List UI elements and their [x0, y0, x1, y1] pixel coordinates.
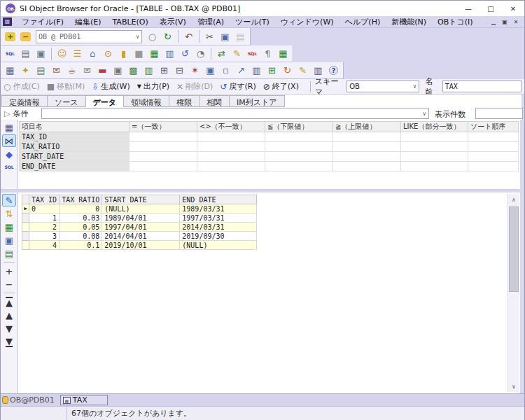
cell[interactable]: 1997/03/31: [180, 214, 257, 223]
tab-definition[interactable]: 定義情報: [1, 95, 48, 107]
cell[interactable]: 2: [29, 223, 59, 232]
cell[interactable]: 0.1: [59, 241, 102, 250]
mdi-minimize-icon[interactable]: ▁: [488, 18, 499, 27]
create-button[interactable]: ○ 作成(C): [4, 81, 40, 92]
window-close-icon[interactable]: ▣: [111, 64, 125, 78]
copy-grid-icon[interactable]: ▣: [2, 234, 16, 246]
cell[interactable]: 1989/04/01: [102, 214, 180, 223]
row-header[interactable]: ▶: [22, 204, 29, 214]
window-arrow-icon[interactable]: ↗: [234, 64, 248, 78]
cell[interactable]: [468, 132, 519, 142]
cell[interactable]: 1997/04/01: [102, 223, 180, 232]
cell[interactable]: [333, 132, 401, 142]
table-icon[interactable]: ▦: [3, 64, 18, 78]
menu-edit[interactable]: 編集(E): [69, 16, 107, 28]
mail-icon[interactable]: ✉: [80, 64, 94, 78]
cell[interactable]: [333, 142, 401, 152]
window-star-icon[interactable]: ✶: [188, 64, 202, 78]
result-grid-icon[interactable]: ▣: [34, 47, 48, 61]
menu-file[interactable]: ファイル(F): [16, 16, 69, 28]
tree-collapse-icon[interactable]: ⊟: [172, 64, 187, 78]
next-record-icon[interactable]: ▼: [2, 322, 16, 335]
scroll-up-icon[interactable]: ∧: [508, 194, 519, 205]
menu-new-features[interactable]: 新機能(N): [386, 16, 432, 28]
column-header[interactable]: LIKE（部分一致）: [401, 122, 468, 132]
user-icon[interactable]: ☺: [55, 47, 69, 61]
cell[interactable]: 3: [29, 232, 59, 241]
copy-icon[interactable]: ▣: [218, 29, 232, 43]
cell[interactable]: [468, 152, 519, 162]
tab-privileges[interactable]: 権限: [169, 95, 200, 107]
cell[interactable]: 2014/03/31: [180, 223, 257, 232]
cell[interactable]: [333, 152, 401, 162]
memo-icon[interactable]: ✎: [230, 47, 244, 61]
cell[interactable]: (NULL): [102, 204, 180, 214]
cell[interactable]: [265, 162, 333, 172]
cell[interactable]: 1: [29, 214, 59, 223]
chevron-down-icon[interactable]: ∨: [412, 83, 416, 90]
maximize-icon[interactable]: □: [479, 1, 502, 16]
cell[interactable]: [197, 142, 265, 152]
tab-data[interactable]: データ: [85, 95, 125, 107]
row-count-input[interactable]: [475, 108, 523, 119]
export-csv-icon[interactable]: ▤: [2, 247, 16, 260]
delete-row-icon[interactable]: −: [2, 278, 16, 290]
database-storage-icon[interactable]: ☰: [70, 47, 85, 61]
tab-relations[interactable]: 相関: [199, 95, 230, 107]
cell[interactable]: [130, 162, 197, 172]
refresh-icon[interactable]: ↻: [160, 29, 175, 43]
cut-icon[interactable]: ✂: [202, 29, 217, 43]
tree-expand-icon[interactable]: ⊞: [157, 64, 172, 78]
row-header[interactable]: TAX_RATIO: [20, 142, 130, 152]
table-add-icon[interactable]: ⊞: [265, 64, 279, 78]
cell[interactable]: [265, 152, 333, 162]
column-header[interactable]: TAX_RATIO: [59, 195, 102, 204]
menu-window[interactable]: ウィンドウ(W): [275, 16, 340, 28]
calendar-icon[interactable]: ▤: [34, 64, 48, 78]
table-transfer-icon[interactable]: ▦: [276, 47, 290, 61]
chevron-down-icon[interactable]: ∨: [136, 34, 139, 40]
session-combobox[interactable]: OB @ PDB01 ∨: [36, 30, 142, 43]
windows-tile-icon[interactable]: ▥: [141, 64, 156, 78]
undo-icon[interactable]: ↶: [181, 29, 196, 43]
mail-check-icon[interactable]: ✉: [49, 64, 64, 78]
mdi-close-icon[interactable]: ✕: [510, 18, 522, 27]
sort-filter-icon[interactable]: ⇅: [2, 207, 16, 220]
row-header[interactable]: [22, 241, 29, 250]
tab-storage[interactable]: 領域情報: [123, 95, 169, 107]
cell[interactable]: 4: [29, 241, 59, 250]
cell[interactable]: [130, 132, 197, 142]
cell[interactable]: [333, 162, 401, 172]
key-icon[interactable]: ✦: [18, 64, 33, 78]
cell[interactable]: 2014/04/01: [102, 232, 180, 241]
window-minus-icon[interactable]: ▬: [95, 64, 110, 78]
column-header[interactable]: END_DATE: [180, 195, 257, 204]
play-icon[interactable]: ▷: [4, 109, 10, 118]
column-header[interactable]: =（一致）: [130, 122, 197, 132]
db-connect-icon[interactable]: +: [3, 29, 18, 43]
columns-icon[interactable]: ▥: [311, 64, 326, 78]
cell[interactable]: [468, 142, 519, 152]
rollback-segment-icon[interactable]: ⊙: [101, 47, 115, 61]
cell[interactable]: [468, 162, 519, 172]
column-header[interactable]: [22, 195, 29, 204]
cell[interactable]: [197, 152, 265, 162]
first-record-icon[interactable]: ▲: [2, 295, 16, 308]
row-header[interactable]: [22, 214, 29, 223]
menu-obtoko[interactable]: OBトコ(I): [432, 16, 479, 28]
row-header[interactable]: START_DATE: [20, 152, 130, 162]
job-clock-icon[interactable]: ◔: [193, 47, 208, 61]
window-small-icon[interactable]: ▫: [218, 64, 233, 78]
column-header[interactable]: START_DATE: [102, 195, 180, 204]
eraser-icon[interactable]: ◆: [2, 148, 16, 160]
cell[interactable]: 0.05: [59, 223, 102, 232]
filter-icon[interactable]: ⋈: [2, 134, 16, 147]
object-tab-tax[interactable]: ▦ TAX: [60, 395, 108, 405]
prev-record-icon[interactable]: ▲: [2, 309, 16, 321]
cell[interactable]: 2019/10/01: [102, 241, 180, 250]
sql-editor-icon[interactable]: SQL: [3, 47, 18, 61]
session-item[interactable]: OB@PDB01: [2, 396, 55, 405]
table-view-icon[interactable]: ▥: [249, 64, 264, 78]
cell[interactable]: [130, 142, 197, 152]
db-disconnect-icon[interactable]: −: [18, 29, 33, 43]
